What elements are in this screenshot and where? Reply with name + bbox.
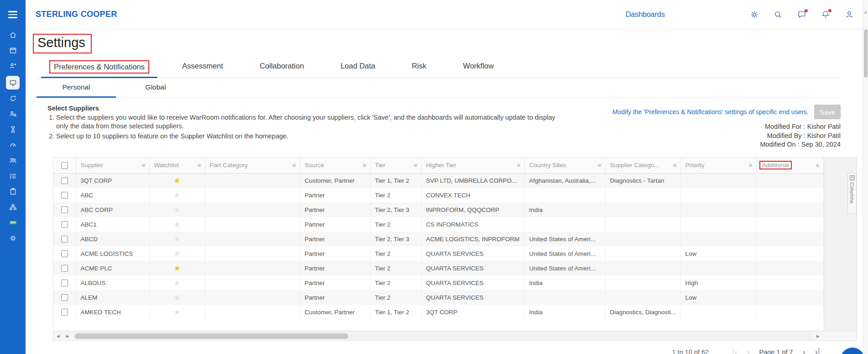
scroll-up-arrow-icon[interactable]: ▲ xyxy=(863,10,868,14)
cell-priority xyxy=(680,232,756,246)
sidebar-item-pending[interactable] xyxy=(5,124,20,135)
cell-supplier_category xyxy=(605,188,680,202)
column-menu-icon[interactable]: ≡ xyxy=(748,162,752,169)
cell-supplier_category xyxy=(605,261,680,275)
scroll-left-button[interactable]: ◀ xyxy=(53,334,63,338)
sidebar-item-calendar[interactable] xyxy=(5,45,20,56)
watchlist-star-icon[interactable]: ★ xyxy=(173,176,180,185)
scroll-right-end-button[interactable]: ▶ xyxy=(813,334,823,338)
row-checkbox[interactable] xyxy=(61,309,68,316)
tab-risk[interactable]: Risk xyxy=(400,57,438,78)
previous-page-button[interactable]: ‹ xyxy=(746,348,751,354)
hamburger-menu-button[interactable] xyxy=(0,0,26,29)
sidebar-item-performance[interactable] xyxy=(5,139,20,150)
modify-preferences-link[interactable]: Modify the 'Preferences & Notifications'… xyxy=(612,108,809,116)
cell-additional xyxy=(756,261,823,275)
sidebar-item-add-user[interactable] xyxy=(5,60,20,71)
sidebar-item-new-feature[interactable]: NEW xyxy=(5,217,20,228)
column-header-watchlist[interactable]: Watchlist≡ xyxy=(149,158,205,173)
horizontal-scroll-track[interactable] xyxy=(73,331,812,341)
sidebar-item-user-search[interactable] xyxy=(5,108,20,119)
vertical-scrollbar[interactable]: ▲ xyxy=(863,0,868,354)
sidebar-item-active-module[interactable] xyxy=(6,76,20,90)
column-menu-icon[interactable]: ≡ xyxy=(362,162,366,169)
column-menu-icon[interactable]: ≡ xyxy=(413,162,417,169)
row-checkbox[interactable] xyxy=(61,280,68,286)
column-header-tier[interactable]: Tier≡ xyxy=(370,158,421,173)
cell-higher_tier: SVP LTD, UMBRELLA CORPORA... xyxy=(421,173,524,188)
save-button[interactable]: Save xyxy=(814,105,841,119)
watchlist-star-icon[interactable]: ★ xyxy=(173,249,180,258)
row-checkbox[interactable] xyxy=(61,250,68,257)
column-menu-icon[interactable]: ≡ xyxy=(816,162,819,169)
row-checkbox[interactable] xyxy=(61,192,68,199)
cell-part_category xyxy=(205,275,300,290)
sync-icon xyxy=(9,95,17,102)
column-header-source[interactable]: Source≡ xyxy=(300,158,370,173)
row-checkbox[interactable] xyxy=(61,265,68,272)
first-page-button[interactable]: ‹ xyxy=(733,348,738,354)
column-header-priority[interactable]: Priority≡ xyxy=(680,158,756,173)
cell-country_sites: India xyxy=(524,202,605,217)
row-checkbox[interactable] xyxy=(61,177,68,184)
notifications-button[interactable] xyxy=(821,10,831,20)
cell-additional xyxy=(756,188,823,202)
search-button[interactable] xyxy=(773,10,783,20)
columns-panel-toggle[interactable]: Columns xyxy=(847,173,857,214)
watchlist-star-icon[interactable]: ★ xyxy=(173,264,180,273)
messages-button[interactable] xyxy=(797,10,807,20)
settings-tab-bar: Preferences & Notifications Assessment C… xyxy=(37,57,841,78)
instruction-item: Select up to 10 suppliers to feature on … xyxy=(56,132,563,141)
top-bar: STERLING COOPER Dashboards xyxy=(26,0,868,29)
sidebar-item-home[interactable] xyxy=(5,29,20,40)
subtab-personal[interactable]: Personal xyxy=(37,78,116,97)
column-header-additional[interactable]: Additional≡ xyxy=(756,158,823,173)
column-menu-icon[interactable]: ≡ xyxy=(673,162,676,169)
column-menu-icon[interactable]: ≡ xyxy=(292,162,296,169)
column-header-country-sites[interactable]: Country Sites≡ xyxy=(524,158,605,173)
watchlist-star-icon[interactable]: ★ xyxy=(173,206,180,214)
tab-preferences-notifications[interactable]: Preferences & Notifications xyxy=(41,57,157,78)
column-menu-icon[interactable]: ≡ xyxy=(141,162,145,169)
sidebar-item-tasks[interactable] xyxy=(5,170,20,181)
sidebar-item-sync[interactable] xyxy=(5,93,20,104)
profile-button[interactable] xyxy=(844,10,854,20)
sidebar-item-reports[interactable] xyxy=(5,186,20,197)
column-menu-icon[interactable]: ≡ xyxy=(197,162,201,169)
column-menu-icon[interactable]: ≡ xyxy=(517,162,520,169)
horizontal-scroll-thumb[interactable] xyxy=(75,333,348,339)
tab-workflow[interactable]: Workflow xyxy=(451,57,506,78)
cell-additional xyxy=(756,305,823,319)
column-header-part-category[interactable]: Part Category≡ xyxy=(205,158,300,173)
hamburger-icon xyxy=(8,11,17,18)
tab-assessment[interactable]: Assessment xyxy=(170,57,235,78)
settings-gear-button[interactable] xyxy=(749,10,759,20)
watchlist-star-icon[interactable]: ★ xyxy=(173,220,180,229)
watchlist-star-icon[interactable]: ★ xyxy=(173,293,180,302)
watchlist-star-icon[interactable]: ★ xyxy=(173,308,180,317)
sidebar-item-hierarchy[interactable] xyxy=(5,201,20,212)
watchlist-star-icon[interactable]: ★ xyxy=(173,235,180,243)
vertical-scroll-thumb[interactable] xyxy=(864,29,868,78)
nav-dashboards[interactable]: Dashboards xyxy=(626,11,665,19)
next-page-button[interactable]: › xyxy=(802,348,806,354)
scroll-right-button[interactable]: ▶ xyxy=(63,334,73,338)
application-window: NEW STERLING COOPER Dashboards xyxy=(0,0,868,354)
watchlist-star-icon[interactable]: ★ xyxy=(173,191,180,200)
tab-load-data[interactable]: Load Data xyxy=(329,57,387,78)
column-header-higher-tier[interactable]: Higher Tier≡ xyxy=(421,158,524,173)
tab-collaboration[interactable]: Collaboration xyxy=(248,57,316,78)
sidebar-item-team[interactable] xyxy=(5,155,20,166)
column-header-supplier-category[interactable]: Supplier Catego...≡ xyxy=(605,158,680,173)
sidebar-item-services[interactable] xyxy=(5,232,20,243)
last-page-button[interactable]: › xyxy=(814,348,819,354)
row-checkbox[interactable] xyxy=(61,294,68,301)
column-header-supplier[interactable]: Supplier≡ xyxy=(76,158,149,173)
select-all-checkbox[interactable] xyxy=(61,162,68,169)
subtab-global[interactable]: Global xyxy=(116,78,195,97)
row-checkbox[interactable] xyxy=(61,206,68,213)
row-checkbox[interactable] xyxy=(61,221,68,228)
watchlist-star-icon[interactable]: ★ xyxy=(173,279,180,287)
row-checkbox[interactable] xyxy=(61,236,68,243)
column-menu-icon[interactable]: ≡ xyxy=(597,162,601,169)
